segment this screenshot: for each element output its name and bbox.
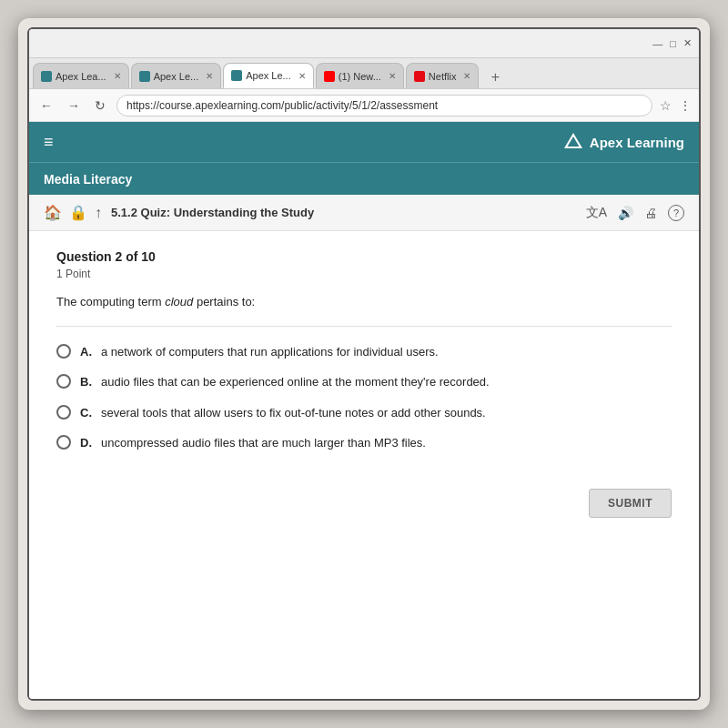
audio-icon[interactable]: 🔊 <box>618 206 633 220</box>
forward-button[interactable]: → <box>64 96 84 115</box>
upload-icon[interactable]: ↑ <box>95 205 102 221</box>
option-d-radio[interactable] <box>56 435 71 450</box>
tab-label-netflix: Netflix <box>429 71 457 82</box>
question-text-before: The computing term <box>56 295 165 308</box>
option-c[interactable]: C. several tools that allow users to fix… <box>56 404 672 422</box>
question-text: The computing term cloud pertains to: <box>56 293 672 311</box>
maximize-button[interactable]: □ <box>670 38 676 49</box>
tab-label-apex1: Apex Lea... <box>56 71 106 82</box>
help-icon[interactable]: ? <box>668 205 684 221</box>
tab-label-apex3: Apex Le... <box>246 70 291 81</box>
option-a[interactable]: A. a network of computers that run appli… <box>56 343 672 361</box>
submit-area: SUBMIT <box>56 480 672 527</box>
tab-close-netflix[interactable]: ✕ <box>463 71 470 81</box>
tab-youtube[interactable]: (1) New... ✕ <box>316 63 404 88</box>
content-area: Question 2 of 10 1 Point The computing t… <box>29 231 699 699</box>
tabs-bar: Apex Lea... ✕ Apex Le... ✕ Apex Le... ✕ … <box>29 58 699 89</box>
browser-screen: — □ ✕ Apex Lea... ✕ Apex Le... ✕ Apex Le… <box>27 27 701 701</box>
question-divider <box>56 326 672 327</box>
quiz-right-icons: 文A 🔊 🖨 ? <box>586 205 684 221</box>
tab-close-apex1[interactable]: ✕ <box>114 71 121 81</box>
course-title-bar: Media Literacy <box>29 162 699 195</box>
url-input[interactable] <box>116 95 652 116</box>
option-a-letter: A. <box>80 343 92 361</box>
laptop-wrapper: — □ ✕ Apex Lea... ✕ Apex Le... ✕ Apex Le… <box>18 18 710 710</box>
option-c-radio[interactable] <box>56 405 71 420</box>
apex-logo-text: Apex Learning <box>590 135 684 150</box>
option-c-text: several tools that allow users to fix ou… <box>101 404 486 422</box>
tab-apex3[interactable]: Apex Le... ✕ <box>223 63 314 88</box>
option-a-text: a network of computers that run applicat… <box>101 343 439 361</box>
address-bar: ← → ↻ ☆ ⋮ <box>29 89 699 122</box>
home-icon[interactable]: 🏠 <box>44 204 62 221</box>
quiz-title: 5.1.2 Quiz: Understanding the Study <box>111 206 577 219</box>
close-button[interactable]: ✕ <box>683 37 692 49</box>
tab-label-youtube: (1) New... <box>339 71 381 82</box>
option-b[interactable]: B. audio files that can be experienced o… <box>56 373 672 391</box>
quiz-nav-bar: 🏠 🔒 ↑ 5.1.2 Quiz: Understanding the Stud… <box>29 195 699 231</box>
option-b-radio[interactable] <box>56 374 71 389</box>
address-icons: ☆ ⋮ <box>660 98 692 113</box>
minimize-button[interactable]: — <box>652 38 662 49</box>
tab-label-apex2: Apex Le... <box>154 71 199 82</box>
lock-icon[interactable]: 🔒 <box>69 204 87 221</box>
option-d-text: uncompressed audio files that are much l… <box>101 434 426 452</box>
question-text-italic: cloud <box>165 295 193 308</box>
tab-netflix[interactable]: Netflix ✕ <box>406 63 480 88</box>
option-c-letter: C. <box>80 404 92 422</box>
option-d-letter: D. <box>80 434 92 452</box>
points-label: 1 Point <box>56 268 672 280</box>
browser-menu-icon[interactable]: ⋮ <box>679 98 692 113</box>
tab-favicon-apex3 <box>231 70 242 81</box>
tab-apex1[interactable]: Apex Lea... ✕ <box>33 63 129 88</box>
apex-header: ≡ Apex Learning <box>29 122 699 162</box>
tab-favicon-apex2 <box>139 71 150 82</box>
tab-favicon-youtube <box>324 71 335 82</box>
question-text-after: pertains to: <box>193 295 255 308</box>
apex-logo: Apex Learning <box>562 131 684 153</box>
tab-favicon-netflix <box>414 71 425 82</box>
quiz-nav-icons: 🏠 🔒 ↑ <box>44 204 102 221</box>
course-title: Media Literacy <box>44 172 132 187</box>
bookmark-icon[interactable]: ☆ <box>660 98 672 113</box>
option-a-radio[interactable] <box>56 344 71 359</box>
tab-close-apex3[interactable]: ✕ <box>298 71 306 81</box>
question-header: Question 2 of 10 <box>56 249 672 264</box>
option-b-text: audio files that can be experienced onli… <box>101 373 490 391</box>
option-d[interactable]: D. uncompressed audio files that are muc… <box>56 434 672 452</box>
options-list: A. a network of computers that run appli… <box>56 343 672 452</box>
tab-favicon-apex1 <box>41 71 52 82</box>
tab-apex2[interactable]: Apex Le... ✕ <box>131 63 222 88</box>
translate-icon[interactable]: 文A <box>586 205 607 221</box>
refresh-button[interactable]: ↻ <box>91 96 109 115</box>
apex-logo-svg <box>562 131 584 153</box>
tab-close-apex2[interactable]: ✕ <box>206 71 213 81</box>
submit-button[interactable]: SUBMIT <box>589 489 672 518</box>
hamburger-menu-icon[interactable]: ≡ <box>44 133 54 152</box>
quiz-title-text: Understanding the Study <box>174 206 315 219</box>
window-controls: — □ ✕ <box>652 37 692 49</box>
option-b-letter: B. <box>80 373 92 391</box>
new-tab-button[interactable]: + <box>484 66 506 88</box>
print-icon[interactable]: 🖨 <box>644 206 657 220</box>
back-button[interactable]: ← <box>36 96 56 115</box>
title-bar: — □ ✕ <box>29 29 699 58</box>
quiz-title-prefix: 5.1.2 Quiz: <box>111 206 170 219</box>
tab-close-youtube[interactable]: ✕ <box>389 71 396 81</box>
